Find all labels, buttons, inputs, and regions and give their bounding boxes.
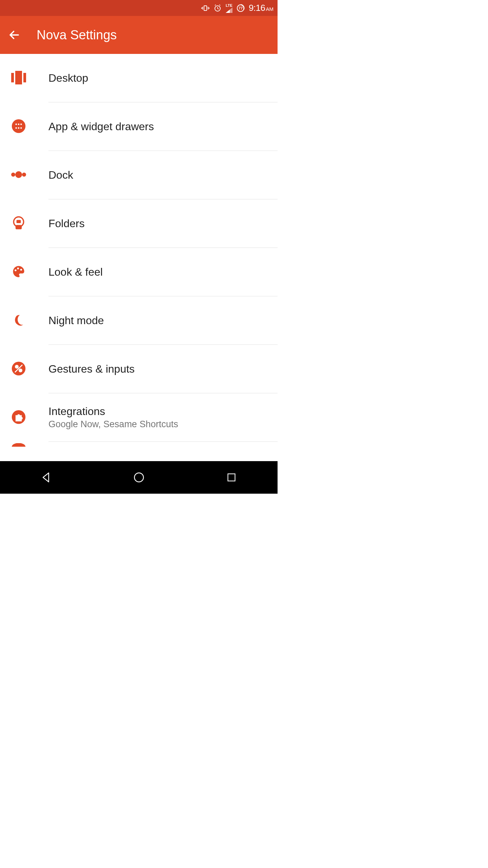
settings-item-folders[interactable]: Folders: [0, 199, 278, 248]
app-bar: Nova Settings: [0, 16, 278, 54]
dock-icon: [11, 166, 27, 184]
svg-line-8: [215, 5, 216, 5]
svg-line-7: [218, 8, 219, 9]
vibrate-icon: [201, 4, 209, 12]
svg-rect-36: [228, 474, 235, 481]
svg-point-31: [15, 365, 19, 369]
status-ampm: AM: [266, 6, 274, 12]
svg-rect-0: [204, 6, 207, 11]
svg-point-22: [15, 171, 22, 178]
svg-point-29: [20, 269, 22, 271]
svg-point-14: [12, 119, 25, 133]
settings-item-look-feel[interactable]: Look & feel: [0, 248, 278, 296]
network-type: LTE: [226, 3, 232, 7]
navigation-bar: [0, 461, 278, 494]
settings-list: Desktop App & widget drawers: [0, 54, 278, 449]
folders-icon: [11, 216, 26, 232]
settings-item-gestures[interactable]: Gestures & inputs: [0, 345, 278, 393]
svg-rect-13: [23, 73, 26, 82]
settings-item-label: Dock: [48, 169, 271, 181]
back-button[interactable]: [8, 29, 20, 41]
page-title: Nova Settings: [37, 28, 117, 42]
settings-item-label: Night mode: [48, 314, 271, 327]
settings-item-label: Folders: [48, 217, 271, 230]
settings-item-label: Look & feel: [48, 266, 271, 278]
svg-point-15: [15, 123, 17, 125]
svg-rect-25: [17, 220, 21, 223]
settings-item-label: Integrations: [48, 405, 271, 418]
settings-item-app-drawers[interactable]: App & widget drawers: [0, 102, 278, 151]
svg-point-21: [11, 173, 15, 177]
battery-icon: 77: [237, 4, 245, 12]
svg-point-35: [134, 473, 143, 482]
palette-icon: [11, 264, 26, 280]
svg-point-32: [19, 369, 22, 372]
gestures-icon: [11, 361, 26, 377]
moon-icon: [12, 313, 25, 328]
svg-point-27: [15, 269, 17, 271]
svg-point-23: [22, 173, 26, 177]
nav-recent-button[interactable]: [223, 469, 240, 486]
partial-icon: [11, 443, 26, 447]
app-drawer-icon: [11, 119, 26, 135]
nav-home-button[interactable]: [130, 469, 147, 486]
nav-back-button[interactable]: [38, 469, 55, 486]
settings-item-label: Desktop: [48, 72, 271, 84]
signal-icon: LTE: [226, 3, 232, 13]
svg-point-28: [17, 268, 19, 270]
svg-point-20: [20, 127, 22, 129]
status-time: 9:16: [249, 3, 265, 13]
settings-item-label: App & widget drawers: [48, 120, 271, 133]
svg-point-17: [20, 123, 22, 125]
svg-rect-26: [16, 225, 22, 229]
settings-item-dock[interactable]: Dock: [0, 151, 278, 199]
svg-line-9: [219, 5, 220, 5]
battery-level: 77: [239, 6, 243, 10]
settings-item-night-mode[interactable]: Night mode: [0, 296, 278, 345]
settings-item-integrations[interactable]: Integrations Google Now, Sesame Shortcut…: [0, 393, 278, 442]
settings-item-partial[interactable]: [0, 442, 278, 449]
status-bar: LTE 77 9:16 AM: [0, 0, 278, 16]
svg-point-16: [18, 123, 20, 125]
puzzle-icon: [11, 410, 26, 426]
svg-point-19: [18, 127, 20, 129]
svg-point-18: [15, 127, 17, 129]
settings-item-label: Gestures & inputs: [48, 363, 271, 375]
svg-rect-11: [11, 73, 14, 82]
svg-rect-12: [15, 71, 22, 84]
alarm-icon: [214, 4, 222, 12]
desktop-icon: [11, 70, 27, 87]
settings-item-desktop[interactable]: Desktop: [0, 54, 278, 102]
settings-item-subtitle: Google Now, Sesame Shortcuts: [48, 419, 271, 430]
